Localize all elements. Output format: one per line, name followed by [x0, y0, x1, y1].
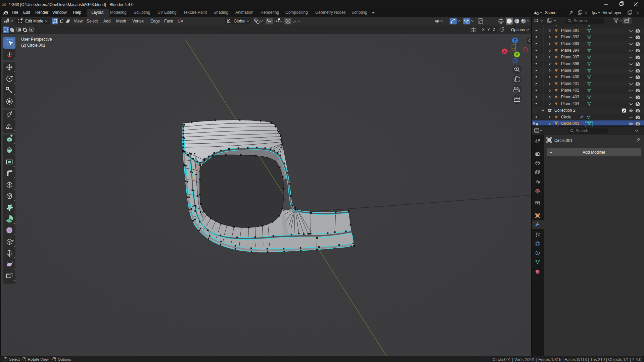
svg-text:Global: Global — [234, 19, 245, 23]
svg-text:Search: Search — [573, 18, 587, 23]
svg-text:ViewLayer: ViewLayer — [603, 10, 622, 15]
svg-text:UV: UV — [178, 19, 183, 23]
svg-text:Mesh: Mesh — [116, 19, 126, 23]
svg-text:User Perspective: User Perspective — [21, 37, 52, 42]
svg-text:Circle.001: Circle.001 — [554, 138, 572, 143]
svg-text:Scene: Scene — [545, 10, 556, 15]
svg-text:X: X — [482, 28, 485, 32]
svg-text:Y: Y — [516, 53, 518, 57]
svg-text:Options: Options — [511, 28, 525, 32]
svg-text:View: View — [74, 19, 83, 23]
svg-text:Select: Select — [87, 19, 98, 23]
svg-text:Face: Face — [164, 19, 173, 23]
svg-text:+: + — [550, 150, 552, 155]
svg-text:Select: Select — [9, 357, 20, 361]
svg-text:Vertex: Vertex — [132, 19, 144, 23]
svg-text:Add: Add — [103, 19, 110, 23]
svg-text:Z: Z — [493, 28, 495, 32]
svg-text:Z: Z — [514, 39, 516, 43]
svg-text:Add Modifier: Add Modifier — [583, 150, 605, 155]
svg-text:Edge: Edge — [150, 19, 160, 23]
svg-text:Edit Mode: Edit Mode — [25, 19, 43, 23]
svg-text:Search: Search — [576, 128, 588, 133]
svg-text:Rotate View: Rotate View — [28, 357, 49, 361]
svg-text:Options: Options — [58, 357, 71, 361]
svg-text:(2) Circle.001: (2) Circle.001 — [21, 43, 45, 48]
svg-text:X: X — [503, 49, 506, 53]
svg-text:Y: Y — [488, 28, 490, 32]
